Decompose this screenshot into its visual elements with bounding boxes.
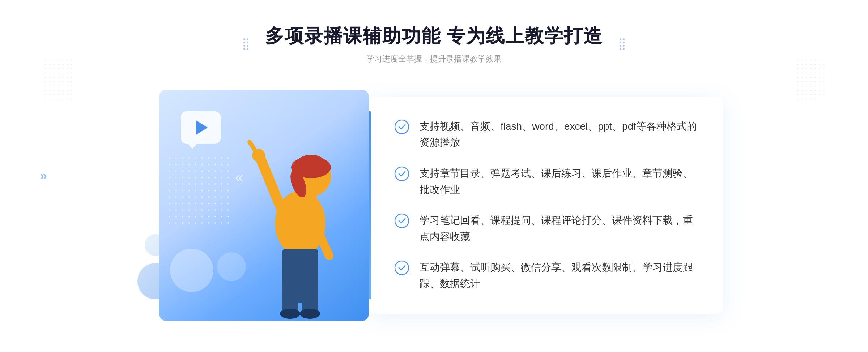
feature-item-2: 支持章节目录、弹题考试、课后练习、课后作业、章节测验、批改作业: [394, 166, 698, 198]
illus-circle-1: [170, 249, 213, 292]
content-section: «: [145, 82, 723, 328]
main-title: 多项录播课辅助功能 专为线上教学打造: [265, 24, 603, 48]
page-wrapper: » 多项录播课辅助功能 专为线上教学打造 学习进度全掌握，提升录播课教学效果: [0, 0, 868, 352]
svg-rect-5: [306, 194, 316, 205]
svg-point-12: [300, 309, 320, 319]
feature-divider-1: [394, 158, 698, 158]
header-section: 多项录播课辅助功能 专为线上教学打造 学习进度全掌握，提升录播课教学效果: [265, 24, 603, 64]
play-triangle-icon: [196, 120, 208, 135]
feature-item-4: 互动弹幕、试听购买、微信分享、观看次数限制、学习进度跟踪、数据统计: [394, 259, 698, 292]
feature-text-4: 互动弹幕、试听购买、微信分享、观看次数限制、学习进度跟踪、数据统计: [420, 259, 698, 292]
feature-item-1: 支持视频、音频、flash、word、excel、ppt、pdf等各种格式的资源…: [394, 119, 698, 151]
check-icon-4: [394, 260, 409, 275]
person-illustration: [239, 111, 362, 321]
header-dots-left: [243, 38, 248, 50]
feature-text-1: 支持视频、音频、flash、word、excel、ppt、pdf等各种格式的资源…: [420, 119, 698, 151]
svg-line-6: [260, 158, 286, 220]
feature-text-2: 支持章节目录、弹题考试、课后练习、课后作业、章节测验、批改作业: [420, 166, 698, 198]
svg-point-17: [395, 214, 409, 228]
check-icon-3: [394, 213, 409, 228]
header-dots-right: [620, 38, 625, 50]
feature-divider-3: [394, 252, 698, 252]
svg-rect-10: [302, 278, 318, 314]
svg-point-18: [395, 261, 409, 275]
feature-divider-2: [394, 205, 698, 205]
dots-right-bg: [796, 58, 825, 101]
check-icon-2: [394, 166, 409, 181]
feature-item-3: 学习笔记回看、课程提问、课程评论打分、课件资料下载，重点内容收藏: [394, 213, 698, 245]
illus-dots-pattern: [166, 155, 231, 227]
svg-line-14: [250, 142, 255, 150]
play-bubble: [181, 111, 221, 144]
features-panel: 支持视频、音频、flash、word、excel、ppt、pdf等各种格式的资源…: [369, 97, 723, 314]
chevron-left-decoration: »: [40, 169, 47, 183]
svg-point-3: [297, 155, 326, 173]
svg-point-11: [280, 309, 300, 319]
sub-title: 学习进度全掌握，提升录播课教学效果: [265, 53, 603, 64]
svg-point-16: [395, 167, 409, 181]
svg-point-15: [395, 120, 409, 134]
check-icon-1: [394, 119, 409, 134]
illustration-card: «: [159, 90, 369, 321]
feature-text-3: 学习笔记回看、课程提问、课程评论打分、课件资料下载，重点内容收藏: [420, 213, 698, 245]
illustration-wrapper: «: [145, 82, 383, 328]
dots-left-bg: [43, 58, 72, 101]
svg-rect-9: [282, 278, 298, 314]
